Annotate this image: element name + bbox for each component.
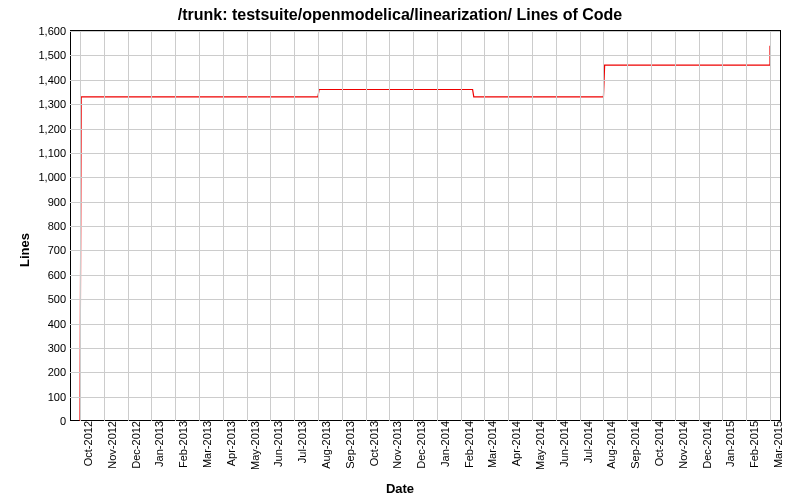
y-gridline bbox=[70, 397, 780, 398]
x-tick-label: Dec-2014 bbox=[699, 421, 713, 469]
y-tick-label: 1,200 bbox=[38, 123, 70, 135]
y-gridline bbox=[70, 202, 780, 203]
chart-title: /trunk: testsuite/openmodelica/lineariza… bbox=[0, 6, 800, 24]
x-tick-label: Sep-2014 bbox=[627, 421, 641, 469]
x-tick-label: Jan-2015 bbox=[722, 421, 736, 467]
x-tick-label: Jun-2013 bbox=[270, 421, 284, 467]
y-gridline bbox=[70, 226, 780, 227]
x-gridline bbox=[651, 31, 652, 421]
x-tick-label: Oct-2014 bbox=[651, 421, 665, 466]
x-gridline bbox=[151, 31, 152, 421]
y-tick-label: 1,500 bbox=[38, 49, 70, 61]
y-gridline bbox=[70, 55, 780, 56]
x-gridline bbox=[247, 31, 248, 421]
x-tick-label: Feb-2014 bbox=[461, 421, 475, 468]
x-tick-label: Dec-2012 bbox=[128, 421, 142, 469]
y-tick-label: 1,300 bbox=[38, 98, 70, 110]
y-tick-label: 800 bbox=[48, 220, 70, 232]
y-gridline bbox=[70, 104, 780, 105]
y-axis-label: Lines bbox=[17, 233, 32, 267]
x-tick-label: Mar-2014 bbox=[484, 421, 498, 468]
y-gridline bbox=[70, 299, 780, 300]
y-tick-label: 1,400 bbox=[38, 74, 70, 86]
y-gridline bbox=[70, 80, 780, 81]
y-tick-label: 100 bbox=[48, 391, 70, 403]
x-gridline bbox=[223, 31, 224, 421]
y-gridline bbox=[70, 153, 780, 154]
y-tick-label: 1,000 bbox=[38, 171, 70, 183]
x-gridline bbox=[413, 31, 414, 421]
x-tick-label: Feb-2015 bbox=[746, 421, 760, 468]
x-tick-label: Nov-2012 bbox=[104, 421, 118, 469]
y-gridline bbox=[70, 324, 780, 325]
x-gridline bbox=[699, 31, 700, 421]
y-tick-label: 900 bbox=[48, 196, 70, 208]
x-gridline bbox=[508, 31, 509, 421]
chart-container: /trunk: testsuite/openmodelica/lineariza… bbox=[0, 0, 800, 500]
x-gridline bbox=[175, 31, 176, 421]
x-gridline bbox=[389, 31, 390, 421]
x-gridline bbox=[675, 31, 676, 421]
x-tick-label: Jul-2013 bbox=[294, 421, 308, 463]
x-gridline bbox=[342, 31, 343, 421]
x-tick-label: Oct-2012 bbox=[80, 421, 94, 466]
x-gridline bbox=[128, 31, 129, 421]
x-gridline bbox=[484, 31, 485, 421]
x-gridline bbox=[294, 31, 295, 421]
x-tick-label: May-2014 bbox=[532, 421, 546, 470]
x-tick-label: Apr-2013 bbox=[223, 421, 237, 466]
x-gridline bbox=[270, 31, 271, 421]
x-tick-label: Oct-2013 bbox=[366, 421, 380, 466]
x-gridline bbox=[556, 31, 557, 421]
x-gridline bbox=[318, 31, 319, 421]
x-tick-label: Jan-2014 bbox=[437, 421, 451, 467]
y-tick-label: 700 bbox=[48, 244, 70, 256]
y-tick-label: 1,100 bbox=[38, 147, 70, 159]
y-gridline bbox=[70, 372, 780, 373]
y-tick-label: 500 bbox=[48, 293, 70, 305]
x-gridline bbox=[104, 31, 105, 421]
y-tick-label: 1,600 bbox=[38, 25, 70, 37]
x-axis-label: Date bbox=[0, 481, 800, 496]
x-tick-label: Sep-2013 bbox=[342, 421, 356, 469]
x-tick-label: Apr-2014 bbox=[508, 421, 522, 466]
x-tick-label: Mar-2015 bbox=[770, 421, 784, 468]
x-tick-label: Nov-2013 bbox=[389, 421, 403, 469]
x-gridline bbox=[746, 31, 747, 421]
y-tick-label: 400 bbox=[48, 318, 70, 330]
y-tick-label: 200 bbox=[48, 366, 70, 378]
y-gridline bbox=[70, 129, 780, 130]
y-gridline bbox=[70, 250, 780, 251]
y-tick-label: 0 bbox=[60, 415, 70, 427]
y-gridline bbox=[70, 275, 780, 276]
x-gridline bbox=[437, 31, 438, 421]
x-gridline bbox=[199, 31, 200, 421]
x-tick-label: Mar-2013 bbox=[199, 421, 213, 468]
x-gridline bbox=[532, 31, 533, 421]
x-tick-label: Feb-2013 bbox=[175, 421, 189, 468]
y-gridline bbox=[70, 177, 780, 178]
y-tick-label: 600 bbox=[48, 269, 70, 281]
series-line bbox=[80, 46, 770, 421]
y-gridline bbox=[70, 348, 780, 349]
x-gridline bbox=[580, 31, 581, 421]
x-gridline bbox=[603, 31, 604, 421]
x-tick-label: Aug-2014 bbox=[603, 421, 617, 469]
x-tick-label: Nov-2014 bbox=[675, 421, 689, 469]
x-gridline bbox=[461, 31, 462, 421]
x-gridline bbox=[722, 31, 723, 421]
x-tick-label: Dec-2013 bbox=[413, 421, 427, 469]
x-gridline bbox=[80, 31, 81, 421]
x-gridline bbox=[770, 31, 771, 421]
x-gridline bbox=[366, 31, 367, 421]
y-gridline bbox=[70, 31, 780, 32]
x-gridline bbox=[627, 31, 628, 421]
x-tick-label: May-2013 bbox=[247, 421, 261, 470]
y-tick-label: 300 bbox=[48, 342, 70, 354]
x-tick-label: Aug-2013 bbox=[318, 421, 332, 469]
x-tick-label: Jun-2014 bbox=[556, 421, 570, 467]
x-tick-label: Jan-2013 bbox=[151, 421, 165, 467]
x-tick-label: Jul-2014 bbox=[580, 421, 594, 463]
plot-area: 01002003004005006007008009001,0001,1001,… bbox=[70, 30, 781, 421]
